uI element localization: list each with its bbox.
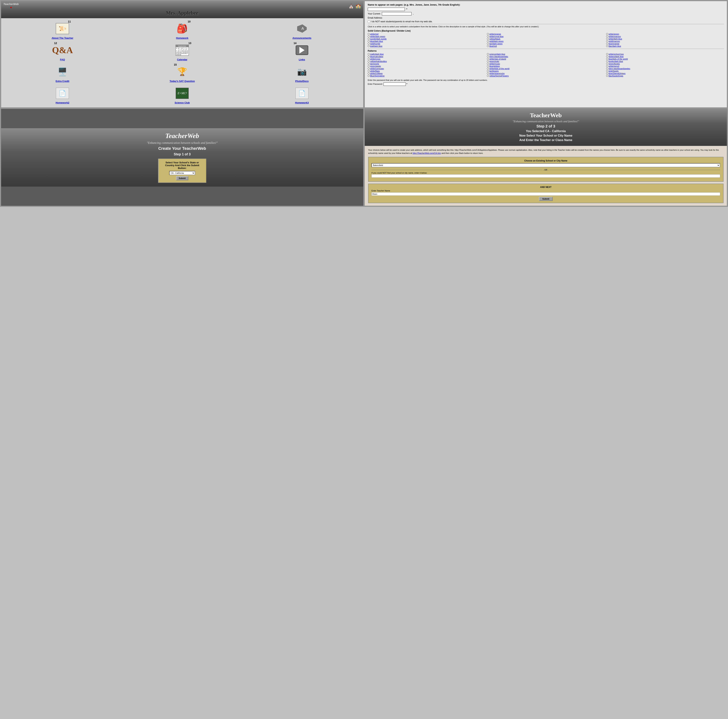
- nav-homework2[interactable]: 📄 Homework2: [3, 84, 122, 106]
- radio-white-dark-green[interactable]: [368, 35, 370, 37]
- patterns-section: Patterns math/dark blue science/dark blu…: [368, 49, 724, 77]
- links-label[interactable]: Links: [299, 58, 305, 61]
- radio-white-shamrocks[interactable]: [487, 72, 489, 74]
- radio-white-maroon[interactable]: [606, 35, 608, 37]
- radio-gold-maroon[interactable]: [606, 40, 608, 42]
- radio-books-dark-blue[interactable]: [606, 60, 608, 62]
- radio-lilac-easter-eggs[interactable]: [606, 75, 608, 77]
- step2-logo: TeacherWeb: [369, 112, 723, 119]
- radio-blue-dark-blue[interactable]: [368, 40, 370, 42]
- about-label[interactable]: About The Teacher: [52, 37, 73, 39]
- nav-announcements[interactable]: A Announcements: [242, 20, 362, 41]
- nav-extracredit[interactable]: 🖥️ Extra Credit: [3, 63, 122, 84]
- nav-calendar[interactable]: September SMTWTFS 123456 78910111213 141…: [122, 41, 242, 63]
- password-input[interactable]: [384, 83, 406, 86]
- nav-about[interactable]: 📜 11 About The Teacher: [3, 20, 122, 41]
- radio-blue-globes[interactable]: [487, 65, 489, 67]
- nav-photodocs[interactable]: 📷 Photo/Docs: [242, 63, 362, 84]
- radio-green-books[interactable]: [606, 63, 608, 65]
- radio-gold-purple[interactable]: [368, 43, 370, 44]
- radio-white-star-of-david[interactable]: [487, 58, 489, 60]
- radio-tan-sports[interactable]: [368, 63, 370, 65]
- photodocs-label[interactable]: Photo/Docs: [295, 80, 309, 83]
- step2-submit-button[interactable]: Submit: [539, 197, 552, 201]
- nav-links[interactable]: 14 Links: [242, 41, 362, 63]
- nav-number-14: 14: [294, 41, 297, 44]
- links-arrow-icon: [296, 45, 308, 55]
- radio-green-apple[interactable]: [368, 65, 370, 67]
- radio-lilac-dark-blue[interactable]: [606, 45, 608, 47]
- step2-tagline: "Enhancing communication between schools…: [369, 120, 723, 123]
- create-step1-box: Select Your School's State or Country An…: [158, 158, 206, 183]
- password-section: Enter the password that you will use to …: [368, 79, 724, 86]
- solid-colors-header: Solid Colors (Background / Divider Line): [368, 29, 724, 32]
- satquestion-label[interactable]: Today's SAT Question: [170, 80, 195, 83]
- radio-white-computer[interactable]: [368, 67, 370, 69]
- radio-teal-dark-blue[interactable]: [368, 45, 370, 47]
- homework2-doc-icon: 📄: [56, 88, 69, 99]
- radio-tan-dark-green[interactable]: [487, 43, 489, 44]
- radio-blue-calculator[interactable]: [368, 55, 370, 57]
- nav-scienceclub[interactable]: E=MC² Science Club: [122, 84, 242, 106]
- calendar-icon: September SMTWTFS 123456 78910111213 141…: [176, 44, 189, 56]
- nav-homework3[interactable]: 📄 Homework3: [242, 84, 362, 106]
- radio-pink-hearts[interactable]: [606, 70, 608, 72]
- colors-section: Solid Colors (Background / Divider Line)…: [368, 29, 724, 47]
- nav-homework[interactable]: 🎒 10 Homework: [122, 20, 242, 41]
- step2-city-input[interactable]: [372, 174, 720, 178]
- radio-gold-dark-green[interactable]: [487, 40, 489, 42]
- nav-faq[interactable]: 12 Q&A FAQ: [3, 41, 122, 63]
- radio-elem-blackboard-abc[interactable]: [487, 55, 489, 57]
- radio-white-pencil[interactable]: [606, 65, 608, 67]
- calendar-label[interactable]: Calendar: [177, 58, 187, 61]
- radio-globes-dark-blue[interactable]: [606, 55, 608, 57]
- nav-number-12: 12: [54, 41, 57, 44]
- radio-math-dark-blue[interactable]: [368, 53, 370, 55]
- step2-teacher-name-input[interactable]: [372, 192, 720, 196]
- name-asterisk: *: [406, 8, 407, 11]
- nav-satquestion[interactable]: 15 🏆 Today's SAT Question: [122, 63, 242, 84]
- backpack-icon: 🎒: [177, 23, 188, 34]
- step2-school-select[interactable]: Bakersfield: [372, 163, 720, 167]
- radio-blue-stars-stripes[interactable]: [606, 72, 608, 74]
- radio-science-dark-blue[interactable]: [487, 53, 489, 55]
- name-input[interactable]: [368, 8, 405, 11]
- radio-white-light-blue[interactable]: [606, 38, 608, 40]
- radio-blue-red[interactable]: [487, 45, 489, 47]
- radio-white-cross[interactable]: [368, 58, 370, 60]
- homework2-label[interactable]: Homework2: [55, 101, 69, 104]
- radio-blue-orange[interactable]: [606, 43, 608, 44]
- radio-white-green[interactable]: [606, 33, 608, 35]
- patterns-grid: math/dark blue science/dark blue white/s…: [368, 53, 724, 77]
- radio-white-music[interactable]: [487, 63, 489, 65]
- extracredit-label[interactable]: Extra Credit: [55, 80, 69, 83]
- radio-blue-springtime[interactable]: [368, 75, 370, 77]
- faq-label[interactable]: FAQ: [60, 58, 65, 61]
- radio-blue-kids-world[interactable]: [606, 58, 608, 60]
- radio-white-red[interactable]: [368, 33, 370, 35]
- radio-elem-blackboard-apples[interactable]: [606, 67, 608, 69]
- radio-purple-dark-purple[interactable]: [368, 38, 370, 40]
- radio-yellow-spring-flowers[interactable]: [487, 75, 489, 77]
- radio-green-ruler[interactable]: [487, 60, 489, 62]
- radio-white-kids-world[interactable]: [487, 67, 489, 69]
- no-email-checkbox[interactable]: [368, 20, 370, 23]
- radio-yellow-black[interactable]: [487, 38, 489, 40]
- radio-yellow-paintbottles[interactable]: [368, 60, 370, 62]
- scienceclub-label[interactable]: Science Club: [174, 101, 190, 104]
- announcements-label[interactable]: Announcements: [292, 37, 312, 39]
- teacher-main-panel: TeacherWeb ♥ ⛪ 🏫 Mrs. Applebee 📜 11 Abou…: [1, 1, 364, 108]
- create-step1-submit-button[interactable]: Submit: [176, 176, 188, 180]
- ca-link[interactable]: http://TeacherWeb.com/CA.htm: [413, 152, 441, 154]
- current-email-input[interactable]: [382, 12, 411, 15]
- radio-white-royal-blue[interactable]: [487, 35, 489, 37]
- password-label: Enter Password:: [368, 83, 383, 86]
- radio-white-flags[interactable]: [368, 70, 370, 72]
- create-step1-state-select[interactable]: CA - California: [169, 171, 195, 175]
- homework-label[interactable]: Homework: [176, 37, 188, 39]
- radio-white-usflags[interactable]: [368, 72, 370, 74]
- homework3-label[interactable]: Homework3: [295, 101, 309, 104]
- radio-tan-leaves[interactable]: [487, 70, 489, 72]
- radio-white-orange[interactable]: [487, 33, 489, 35]
- radio-white-school-bus[interactable]: [606, 53, 608, 55]
